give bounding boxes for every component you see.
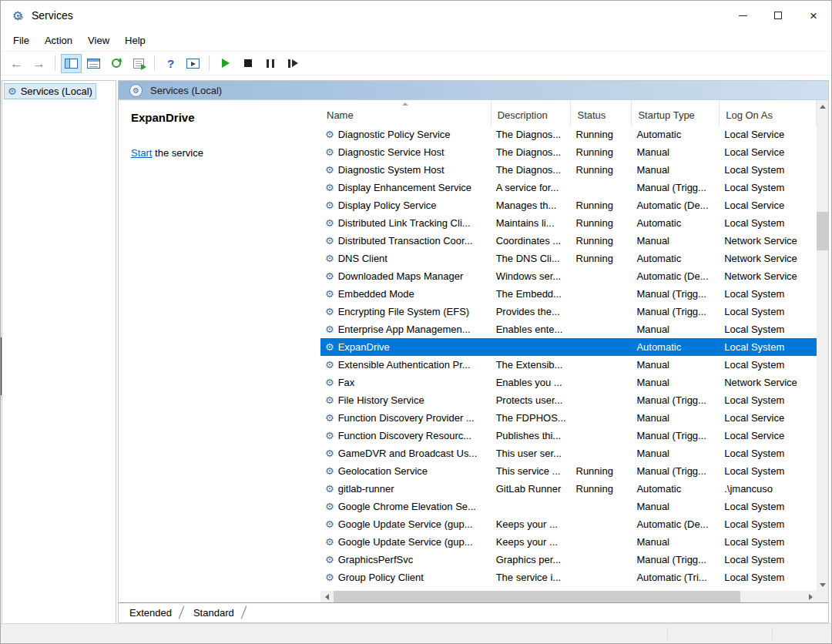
pause-service-button[interactable]: [260, 54, 280, 73]
stop-service-button[interactable]: [237, 54, 258, 73]
table-row[interactable]: ⚙FaxEnables you ...ManualNetwork Service: [320, 374, 817, 391]
column-header-startup-type[interactable]: Startup Type: [632, 100, 720, 126]
export-list-button[interactable]: [128, 54, 149, 73]
column-header-description[interactable]: Description: [491, 100, 572, 126]
cell-status: [572, 533, 632, 551]
column-headers: NameDescriptionStatusStartup TypeLog On …: [320, 100, 817, 126]
tree-item-label: Services (Local): [21, 86, 92, 97]
stop-icon: [244, 59, 252, 67]
service-gear-icon: ⚙: [325, 448, 334, 458]
cell-startup: Automatic: [632, 214, 720, 232]
start-service-link[interactable]: Start: [131, 147, 152, 159]
service-name-text: Diagnostic Service Host: [338, 146, 445, 158]
service-name-text: Fax: [338, 377, 355, 388]
cell-description: The Diagnos...: [491, 161, 572, 179]
cell-description: The DNS Cli...: [491, 250, 572, 267]
vertical-scrollbar[interactable]: [817, 100, 828, 591]
help-button[interactable]: ?: [160, 54, 181, 73]
table-row[interactable]: ⚙Display Enhancement ServiceA service fo…: [320, 179, 817, 196]
menu-view[interactable]: View: [80, 32, 117, 49]
service-gear-icon: ⚙: [325, 342, 334, 352]
close-button[interactable]: ×: [796, 1, 831, 30]
toolbar-separator: [55, 55, 55, 71]
tree-item-services-local[interactable]: ⚙ Services (Local): [4, 83, 96, 99]
cell-status: [572, 515, 632, 533]
menu-help[interactable]: Help: [117, 32, 153, 49]
service-gear-icon: ⚙: [325, 555, 334, 565]
extended-detail-panel: ExpanDrive Start the service: [119, 100, 320, 602]
service-name-text: Geolocation Service: [338, 465, 428, 477]
table-row[interactable]: ⚙Enterprise App Managemen...Enables ente…: [320, 320, 817, 338]
table-row[interactable]: ⚙Function Discovery Provider ...The FDPH…: [320, 409, 817, 427]
service-gear-icon: ⚙: [325, 218, 334, 228]
cell-logon: Local System: [720, 498, 817, 515]
horizontal-scrollbar[interactable]: [320, 591, 817, 602]
table-row[interactable]: ⚙Google Update Service (gup...Keeps your…: [320, 515, 817, 533]
scroll-down-icon[interactable]: [817, 579, 828, 591]
table-row[interactable]: ⚙DNS ClientThe DNS Cli...RunningAutomati…: [320, 250, 817, 267]
properties-button[interactable]: [83, 54, 104, 73]
forward-button[interactable]: →: [29, 54, 49, 73]
horizontal-scroll-thumb[interactable]: [334, 591, 740, 602]
table-row[interactable]: ⚙gitlab-runnerGitLab RunnerRunningAutoma…: [320, 480, 817, 498]
menu-file[interactable]: File: [5, 32, 37, 49]
show-console-tree-button[interactable]: [61, 54, 82, 73]
cell-status: [572, 569, 632, 586]
column-header-name[interactable]: Name: [320, 100, 491, 126]
table-row[interactable]: ⚙Encrypting File System (EFS)Provides th…: [320, 303, 817, 320]
cell-startup: Manual: [632, 498, 720, 515]
restart-service-button[interactable]: [282, 54, 303, 73]
tab-standard[interactable]: Standard: [187, 605, 250, 621]
scroll-right-icon[interactable]: [804, 591, 817, 602]
cell-name: ⚙Encrypting File System (EFS): [320, 303, 491, 320]
service-name-text: Group Policy Client: [338, 572, 424, 583]
column-header-log-on-as[interactable]: Log On As: [720, 100, 817, 126]
table-row[interactable]: ⚙File History ServiceProtects user...Man…: [320, 391, 817, 409]
start-service-button[interactable]: [215, 54, 236, 73]
table-row[interactable]: ⚙Distributed Transaction Coor...Coordina…: [320, 232, 817, 250]
menu-action[interactable]: Action: [37, 32, 80, 49]
table-row[interactable]: ⚙Google Update Service (gup...Keeps your…: [320, 533, 817, 551]
cell-startup: Manual: [632, 143, 720, 161]
cell-logon: Local System: [720, 569, 817, 586]
table-row[interactable]: ⚙Google Chrome Elevation Se...ManualLoca…: [320, 498, 817, 515]
service-name-text: ExpanDrive: [338, 341, 390, 353]
arrow-right-icon: →: [32, 57, 45, 70]
tab-extended[interactable]: Extended: [123, 605, 187, 621]
refresh-button[interactable]: [106, 54, 126, 73]
cell-startup: Manual: [632, 161, 720, 179]
table-row[interactable]: ⚙GameDVR and Broadcast Us...This user se…: [320, 444, 817, 462]
scroll-up-icon[interactable]: [817, 100, 828, 112]
vertical-scroll-thumb[interactable]: [817, 212, 828, 250]
service-gear-icon: ⚙: [325, 147, 334, 157]
table-row[interactable]: ⚙Diagnostic Service HostThe Diagnos...Ru…: [320, 143, 817, 161]
minimize-button[interactable]: [725, 1, 760, 30]
table-row[interactable]: ⚙Group Policy ClientThe service i...Auto…: [320, 569, 817, 586]
maximize-button[interactable]: [760, 1, 796, 30]
table-row[interactable]: ⚙GraphicsPerfSvcGraphics per...Manual (T…: [320, 551, 817, 569]
column-header-label: Description: [498, 109, 548, 121]
table-row[interactable]: ⚙ExpanDriveAutomaticLocal System: [320, 338, 817, 356]
table-row[interactable]: ⚙Function Discovery Resourc...Publishes …: [320, 427, 817, 444]
cell-logon: Local Service: [720, 427, 817, 444]
show-action-pane-button[interactable]: [183, 54, 203, 73]
table-row[interactable]: ⚙Distributed Link Tracking Cli...Maintai…: [320, 214, 817, 232]
column-header-label: Log On As: [726, 109, 773, 121]
table-row[interactable]: ⚙Downloaded Maps ManagerWindows ser...Au…: [320, 267, 817, 285]
cell-name: ⚙Diagnostic Service Host: [320, 143, 491, 161]
table-row[interactable]: ⚙Display Policy ServiceManages th...Runn…: [320, 196, 817, 214]
console-tree-pane: ⚙ Services (Local): [2, 80, 116, 625]
table-row[interactable]: ⚙Embedded ModeThe Embedd...Manual (Trigg…: [320, 285, 817, 303]
cell-name: ⚙Function Discovery Resourc...: [320, 427, 491, 444]
table-row[interactable]: ⚙Geolocation ServiceThis service ...Runn…: [320, 462, 817, 480]
scroll-left-icon[interactable]: [320, 591, 333, 602]
cell-description: Maintains li...: [491, 214, 572, 232]
back-button[interactable]: ←: [6, 54, 27, 73]
service-name-text: GraphicsPerfSvc: [338, 554, 414, 565]
pane-header-title: Services (Local): [150, 85, 222, 96]
table-row[interactable]: ⚙Diagnostic Policy ServiceThe Diagnos...…: [320, 126, 817, 143]
cell-logon: Local System: [720, 551, 817, 569]
table-row[interactable]: ⚙Extensible Authentication Pr...The Exte…: [320, 356, 817, 374]
column-header-status[interactable]: Status: [571, 100, 632, 126]
table-row[interactable]: ⚙Diagnostic System HostThe Diagnos...Run…: [320, 161, 817, 179]
